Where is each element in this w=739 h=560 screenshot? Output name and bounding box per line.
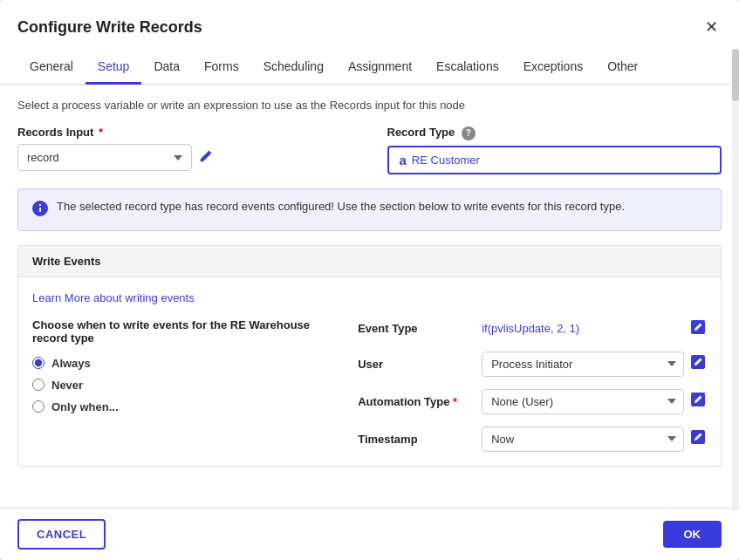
radio-group: Always Never Only when... (32, 357, 323, 413)
timestamp-select-wrap: Now (482, 427, 707, 452)
record-type-badge: a RE Customer (387, 146, 722, 174)
event-type-row: Event Type if(pvlisUpdate, 2, 1) (358, 318, 707, 339)
radio-only-when-input[interactable] (32, 400, 44, 413)
info-banner: The selected record type has record even… (17, 188, 722, 231)
ok-button[interactable]: OK (663, 521, 722, 548)
tab-assignment[interactable]: Assignment (336, 51, 424, 85)
tab-general[interactable]: General (17, 51, 86, 85)
user-edit-button[interactable] (689, 353, 707, 374)
user-select[interactable]: Process Initiator (482, 352, 684, 377)
automation-type-select[interactable]: None (User) (482, 389, 684, 414)
timestamp-edit-button[interactable] (689, 428, 707, 449)
tab-scheduling[interactable]: Scheduling (251, 51, 336, 85)
tab-setup[interactable]: Setup (86, 51, 142, 85)
radio-never[interactable]: Never (32, 379, 323, 392)
modal-body: Select a process variable or write an ex… (0, 85, 739, 508)
events-question: Choose when to write events for the RE W… (32, 318, 323, 345)
user-row: User Process Initiator (358, 352, 707, 377)
radio-only-when-label: Only when... (51, 400, 119, 413)
event-type-value: if(pvlisUpdate, 2, 1) (482, 322, 679, 335)
info-icon (32, 201, 48, 220)
timestamp-select[interactable]: Now (482, 427, 684, 452)
tab-bar: General Setup Data Forms Scheduling Assi… (0, 51, 739, 85)
info-banner-text: The selected record type has record even… (57, 200, 625, 213)
configure-write-records-modal: Configure Write Records ✕ General Setup … (0, 0, 739, 560)
tab-data[interactable]: Data (141, 51, 192, 85)
record-type-label: Record Type ? (387, 126, 722, 140)
learn-more-link[interactable]: Learn More about writing events (32, 291, 707, 304)
record-type-badge-text: RE Customer (412, 154, 480, 167)
automation-type-edit-button[interactable] (689, 391, 707, 412)
modal-title: Configure Write Records (17, 18, 202, 37)
radio-never-input[interactable] (32, 379, 44, 391)
events-right: Event Type if(pvlisUpdate, 2, 1) User (358, 318, 707, 452)
tab-forms[interactable]: Forms (192, 51, 251, 85)
records-input-label: Records Input * (17, 126, 352, 139)
events-left: Choose when to write events for the RE W… (32, 318, 323, 452)
event-type-label: Event Type (358, 322, 471, 335)
records-and-type-row: Records Input * record Record Type ? (17, 126, 722, 174)
modal-header: Configure Write Records ✕ (0, 0, 739, 40)
record-type-badge-icon: a (400, 153, 407, 167)
radio-always-input[interactable] (32, 357, 44, 369)
scrollbar-track (732, 49, 739, 511)
timestamp-row: Timestamp Now (358, 427, 707, 452)
scrollbar-thumb[interactable] (732, 49, 739, 101)
write-events-header: Write Events (18, 246, 721, 277)
modal-footer: CANCEL OK (0, 508, 739, 560)
automation-type-row: Automation Type * None (User) (358, 389, 707, 414)
tab-other[interactable]: Other (595, 51, 650, 85)
automation-type-select-wrap: None (User) (482, 389, 707, 414)
user-select-wrap: Process Initiator (482, 352, 707, 377)
events-content: Choose when to write events for the RE W… (32, 318, 707, 452)
radio-only-when[interactable]: Only when... (32, 400, 323, 413)
records-input-group: Records Input * record (17, 126, 352, 171)
records-input-select[interactable]: record (17, 144, 192, 171)
timestamp-label: Timestamp (358, 433, 471, 446)
records-input-edit-button[interactable] (197, 147, 215, 168)
radio-never-label: Never (51, 379, 83, 392)
close-button[interactable]: ✕ (701, 14, 722, 40)
radio-always[interactable]: Always (32, 357, 323, 370)
write-events-section: Write Events Learn More about writing ev… (17, 245, 722, 467)
records-input-with-btn: record (17, 144, 352, 171)
tab-escalations[interactable]: Escalations (424, 51, 511, 85)
record-type-group: Record Type ? a RE Customer (387, 126, 722, 174)
user-label: User (358, 358, 471, 371)
tab-exceptions[interactable]: Exceptions (511, 51, 595, 85)
record-type-help-icon[interactable]: ? (462, 126, 476, 140)
automation-type-label: Automation Type * (358, 395, 471, 408)
description-text: Select a process variable or write an ex… (17, 99, 722, 112)
radio-always-label: Always (51, 357, 91, 370)
event-fields: Event Type if(pvlisUpdate, 2, 1) User (358, 318, 707, 452)
cancel-button[interactable]: CANCEL (17, 519, 106, 550)
write-events-body: Learn More about writing events Choose w… (18, 277, 721, 466)
event-type-edit-button[interactable] (689, 318, 707, 339)
